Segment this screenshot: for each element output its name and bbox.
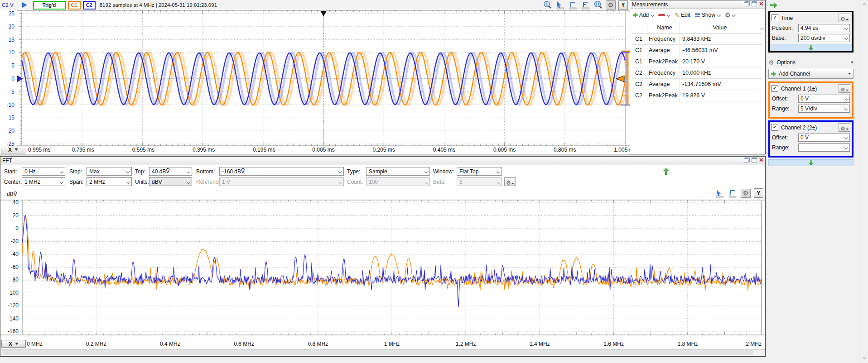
measurement-name: Frequency [649,67,675,78]
channel1-checkbox[interactable]: ✓ [772,85,778,92]
fft-y-axis-button[interactable]: Y [754,188,763,198]
scope-x-tick-label: 0.405 ms [426,147,462,153]
gear-icon: ⚙ [725,12,731,18]
time-position-select[interactable]: 4.94 us [798,24,850,32]
trigger-position-marker[interactable] [320,11,327,16]
fft-control-value: 40 dBṼ [152,168,169,175]
chevron-down-icon [60,180,63,183]
fft-start-select[interactable]: 0 Hz [22,167,65,176]
measurements-scroll-up[interactable] [760,26,763,32]
fft-count-select[interactable]: 100 [366,177,430,186]
fft-reference-select[interactable]: 1 Ṽ [219,177,344,186]
measurements-settings-button[interactable]: ⚙ [725,12,736,18]
time-checkbox[interactable]: ✓ [772,14,778,21]
scroll-down-icon[interactable] [863,355,866,359]
measurement-row[interactable]: C1Peak2Peak20.170 V [632,56,762,67]
fft-control-label: Center: [4,179,22,185]
chevron-down-icon [338,180,342,183]
measurement-row[interactable]: C2Frequency10.000 kHz [632,67,762,79]
measurement-name: Peak2Peak [649,90,678,101]
maximize-panel-icon[interactable] [752,158,757,162]
measurement-row[interactable]: C1Average-46.56031 mV [632,45,762,56]
scope-y-axis-labels: 2520151050-5-10-15-20-25 [0,10,15,150]
fft-plot-canvas[interactable] [0,198,765,339]
scope-y-axis-button[interactable]: Y [618,0,628,10]
channel2-range-select[interactable] [798,143,850,152]
zoom-region-icon[interactable] [593,0,603,10]
fft-units-select[interactable]: dBṼ [149,177,192,186]
fft-window-select[interactable]: Flat Top [457,167,502,176]
scope-toolbar: C2 V Trig'd C1 C2 8192 samples at 4 MHz … [0,0,630,10]
remove-measurement-button[interactable] [658,14,670,16]
add-channel-button[interactable]: ✚ Add Channel [768,69,854,79]
channel2-offset-select[interactable]: 0 V [798,134,850,142]
close-panel-icon[interactable]: ✕ [759,1,764,6]
scope-y-tick-label: 20 [0,24,14,30]
scroll-up-icon[interactable] [863,3,866,7]
fft-y-tick-label: 0 [0,225,19,231]
fft-control-label: Window: [433,168,454,175]
show-measurements-button[interactable]: Show [695,12,720,18]
float-panel-icon[interactable] [744,1,750,6]
chevron-down-icon [497,180,500,183]
fft-y-tick-label: -100 [0,290,19,296]
channels-expand-bar[interactable] [768,159,854,166]
scope-x-axis-row: X -0.995 ms-0.795 ms-0.595 ms-0.395 ms-0… [0,146,630,154]
fft-type-select[interactable]: Sample [366,167,430,176]
cursor-tool-icon[interactable] [714,189,724,198]
fft-plot-settings-gear-icon[interactable]: ⚙ [741,189,751,198]
channel1-range-label: Range: [772,105,798,112]
scope-plot-settings-gear-icon[interactable]: ⚙ [606,0,616,10]
x-cursor-tool-icon[interactable] [568,0,578,10]
fft-x-axis-menu-button[interactable]: X [1,340,26,348]
y-cursor-tool-icon[interactable] [580,0,590,10]
sidebar-collapse-arrow-icon[interactable] [770,2,777,8]
channel1-offset-select[interactable]: 0 V [798,95,850,103]
time-expand-bar[interactable] [770,44,852,51]
list-icon [695,13,700,17]
float-panel-icon[interactable] [744,158,750,162]
scope-plot-canvas[interactable] [0,10,630,146]
measurements-header-row: NameValue [632,22,762,33]
edit-measurement-button[interactable]: ✎ Edit [675,12,690,19]
channel2-badge[interactable]: C2 [83,1,96,10]
x-cursor-tool-icon[interactable] [728,189,738,198]
measurement-row[interactable]: C2Peak2Peak19.826 V [632,90,762,101]
fft-x-tick-label: 1.6 MHz [598,341,630,347]
measurements-panel: Measurements ✕ ✚ Add ✎ Edit Show [630,0,766,154]
fft-stop-select[interactable]: Max [87,167,132,176]
maximize-panel-icon[interactable] [752,1,757,6]
zoom-1-icon[interactable]: 1 [542,0,552,10]
fft-span-select[interactable]: 2 MHz [87,177,132,186]
measurement-name: Average [649,45,670,56]
channel2-checkbox[interactable]: ✓ [772,124,778,131]
measurement-channel: C2 [635,90,642,101]
measurements-titlebar[interactable]: Measurements ✕ [630,0,765,9]
close-panel-icon[interactable]: ✕ [759,158,764,162]
fft-settings-gear-button[interactable]: ⚙ [504,177,516,186]
time-base-select[interactable]: 200 us/div [798,34,850,42]
time-label: Time [781,15,836,21]
scope-y-axis-selector[interactable]: C2 V [2,2,14,8]
fft-beta-select[interactable]: 8 [457,177,502,186]
fft-control-value: 100 [369,179,378,185]
scope-y-tick-label: 15 [0,37,14,43]
channel1-badge[interactable]: C1 [68,1,81,10]
fft-center-select[interactable]: 1 MHz [22,177,65,186]
cursor-tool-icon[interactable] [555,0,565,10]
channel2-gear-button[interactable]: ⚙ [839,123,850,132]
channel1-gear-button[interactable]: ⚙ [839,84,850,93]
fft-top-select[interactable]: 40 dBṼ [149,167,192,176]
channel1-range-select[interactable]: 5 V/div [798,105,850,113]
add-measurement-button[interactable]: ✚ Add [633,12,654,19]
svg-text:1: 1 [546,2,548,6]
fft-horizontal-scrollbar[interactable] [1,349,765,355]
sidebar-scrollbar[interactable] [859,0,868,363]
time-gear-button[interactable]: ⚙ [839,14,850,22]
fft-bottom-select[interactable]: -160 dBṼ [219,167,344,176]
measurement-row[interactable]: C2Average-134.71506 mV [632,79,762,90]
scope-x-axis-menu-button[interactable]: X [1,146,25,153]
fft-titlebar[interactable]: FFT ✕ [0,157,765,165]
measurement-row[interactable]: C1Frequency9.8433 kHz [632,33,762,45]
options-button[interactable]: ⚙ Options [768,58,854,67]
